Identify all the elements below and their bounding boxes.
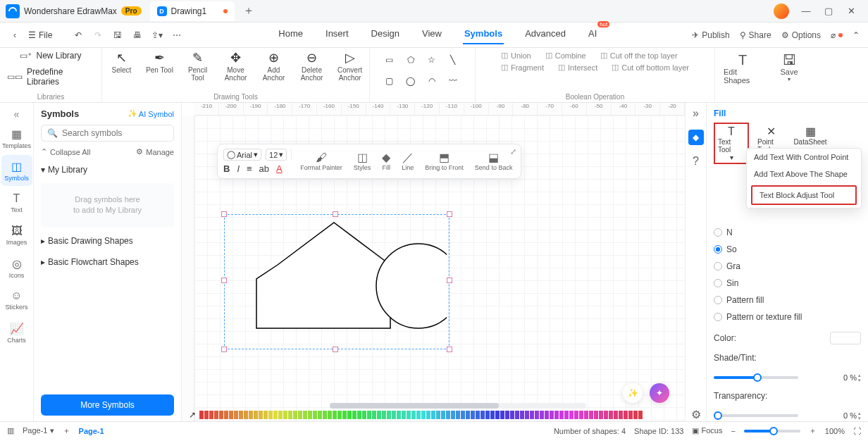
- text-tool-button[interactable]: TText Tool ▾: [714, 123, 749, 164]
- color-swatch-item[interactable]: [490, 411, 495, 419]
- undo-button[interactable]: ↶: [72, 29, 85, 42]
- file-menu[interactable]: ☰ File: [28, 30, 52, 40]
- publish-button[interactable]: ✈ Publish: [692, 30, 729, 40]
- rail-images[interactable]: 🖼Images: [1, 220, 32, 251]
- select-tool[interactable]: ↖Select: [108, 51, 136, 74]
- color-swatch-item[interactable]: [407, 411, 411, 419]
- rail-expand-button[interactable]: »: [693, 107, 699, 120]
- color-swatch-item[interactable]: [471, 411, 475, 419]
- color-swatch-item[interactable]: [224, 411, 228, 419]
- bold-button[interactable]: B: [223, 163, 230, 174]
- my-library-section[interactable]: ▾ My Library: [41, 162, 174, 178]
- share-button[interactable]: ⚲ Share: [740, 30, 771, 40]
- color-swatch-item[interactable]: [303, 411, 307, 419]
- shape-curve[interactable]: 〰: [445, 73, 461, 89]
- minimize-button[interactable]: —: [795, 1, 817, 21]
- save-button[interactable]: 🖫Save▾: [770, 52, 808, 101]
- shape-star[interactable]: ☆: [424, 52, 440, 68]
- color-swatch-item[interactable]: [362, 411, 366, 419]
- color-swatch-item[interactable]: [584, 411, 588, 419]
- color-swatch-item[interactable]: [421, 411, 426, 419]
- basic-flowchart-section[interactable]: ▸ Basic Flowchart Shapes: [41, 254, 174, 270]
- color-swatch-item[interactable]: [209, 411, 213, 419]
- convert-anchor-tool[interactable]: ▷Convert Anchor: [336, 51, 364, 82]
- ai-symbol-button[interactable]: ✨ AI Symbol: [128, 109, 174, 118]
- shape-pentagon[interactable]: ⬠: [403, 52, 418, 68]
- color-swatch-item[interactable]: [288, 411, 292, 419]
- transparency-slider[interactable]: [714, 414, 798, 417]
- handle-w[interactable]: [221, 278, 227, 283]
- delete-anchor-tool[interactable]: ⊖Delete Anchor: [298, 51, 326, 82]
- notification-button[interactable]: ⌀: [831, 30, 843, 40]
- color-swatch-item[interactable]: [372, 411, 376, 419]
- color-swatch-item[interactable]: [624, 411, 628, 419]
- color-swatch-item[interactable]: [545, 411, 549, 419]
- trans-stepper[interactable]: ▴▾: [858, 411, 861, 421]
- radio-texture[interactable]: Pattern or texture fill: [714, 312, 861, 322]
- document-tab[interactable]: D Drawing1: [150, 1, 235, 21]
- color-swatch-item[interactable]: [495, 411, 500, 419]
- zoom-out-button[interactable]: −: [731, 427, 735, 435]
- active-sheet-tab[interactable]: Page-1: [79, 427, 104, 435]
- bool-union[interactable]: ◫ Union: [501, 51, 531, 60]
- color-swatch-item[interactable]: [259, 411, 263, 419]
- handle-sw[interactable]: [221, 347, 227, 352]
- color-swatch-item[interactable]: [431, 411, 435, 419]
- rail-fill-icon[interactable]: ◆: [688, 130, 704, 145]
- add-page-button[interactable]: ＋: [63, 425, 70, 436]
- dd-add-text-control[interactable]: Add Text With Control Point: [747, 149, 861, 166]
- color-swatch-item[interactable]: [480, 411, 485, 419]
- font-select[interactable]: ◯ Arial ▾: [223, 149, 261, 161]
- color-swatch-item[interactable]: [397, 411, 401, 419]
- radio-sin[interactable]: Sin: [714, 278, 861, 288]
- options-button[interactable]: ⚙ Options: [781, 30, 821, 40]
- rail-settings-icon[interactable]: ⚙: [691, 408, 701, 421]
- shape-roundrect[interactable]: ▢: [382, 73, 397, 89]
- rail-text[interactable]: TText: [1, 187, 32, 218]
- bool-combine[interactable]: ◫ Combine: [545, 51, 586, 60]
- color-swatch-item[interactable]: [382, 411, 386, 419]
- color-swatch-item[interactable]: [308, 411, 312, 419]
- italic-button[interactable]: I: [237, 163, 240, 174]
- color-swatch-item[interactable]: [554, 411, 559, 419]
- bool-cutbot[interactable]: ◫ Cut off bottom layer: [612, 63, 689, 72]
- color-swatch-item[interactable]: [199, 411, 204, 419]
- color-swatch-item[interactable]: [564, 411, 569, 419]
- color-swatch-item[interactable]: [387, 411, 391, 419]
- color-swatch-item[interactable]: [441, 411, 445, 419]
- radio-so[interactable]: So: [714, 244, 861, 254]
- pin-icon[interactable]: ⤢: [510, 147, 516, 156]
- radio-pattern[interactable]: Pattern fill: [714, 295, 861, 305]
- move-anchor-tool[interactable]: ✥Move Anchor: [222, 51, 250, 82]
- bring-front-button[interactable]: ⬒Bring to Front: [422, 151, 466, 172]
- color-swatch-item[interactable]: [377, 411, 381, 419]
- collapse-ribbon-button[interactable]: ⌃: [852, 30, 860, 40]
- zoom-slider[interactable]: [744, 430, 800, 433]
- color-swatch-item[interactable]: [550, 411, 554, 419]
- symbol-search[interactable]: 🔍: [41, 125, 174, 142]
- color-swatch-item[interactable]: [318, 411, 322, 419]
- manage-button[interactable]: ⚙ Manage: [136, 147, 174, 156]
- basic-drawing-section[interactable]: ▸ Basic Drawing Shapes: [41, 233, 174, 249]
- color-swatch-item[interactable]: [278, 411, 283, 419]
- color-swatch-item[interactable]: [323, 411, 327, 419]
- zoom-in-button[interactable]: ＋: [809, 425, 817, 436]
- font-size-select[interactable]: 12 ▾: [266, 149, 287, 161]
- menu-view[interactable]: View: [421, 25, 443, 44]
- color-swatch-item[interactable]: [293, 411, 297, 419]
- menu-ai[interactable]: AIhot: [587, 25, 598, 44]
- color-swatch-item[interactable]: [505, 411, 509, 419]
- color-swatch-item[interactable]: [461, 411, 465, 419]
- color-swatch-item[interactable]: [229, 411, 233, 419]
- color-swatch-item[interactable]: [530, 411, 534, 419]
- color-swatch-item[interactable]: [515, 411, 519, 419]
- color-swatch-item[interactable]: [638, 411, 643, 419]
- dd-text-block-adjust[interactable]: Text Block Adjust Tool: [751, 185, 857, 205]
- handle-ne[interactable]: [447, 211, 452, 217]
- fill-button[interactable]: ◆Fill: [379, 151, 393, 172]
- color-swatch-item[interactable]: [485, 411, 490, 419]
- color-swatch-item[interactable]: [426, 411, 430, 419]
- color-swatch-item[interactable]: [520, 411, 524, 419]
- color-swatch-item[interactable]: [347, 411, 352, 419]
- color-swatch-item[interactable]: [268, 411, 273, 419]
